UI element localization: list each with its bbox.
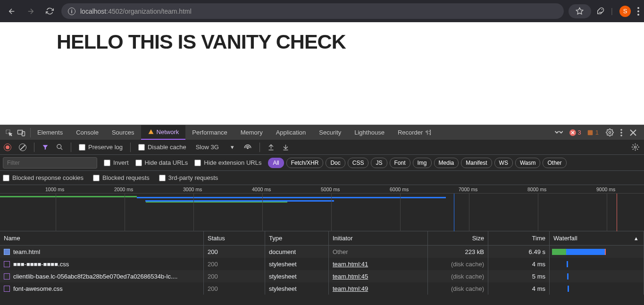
cell-waterfall	[550, 282, 644, 295]
table-row[interactable]: clientlib-base.lc-056abc8f2ba28b5e070ed7…	[0, 270, 644, 282]
chip-ws[interactable]: WS	[494, 158, 513, 168]
time-tick: 9000 ms	[596, 186, 615, 192]
header-size[interactable]: Size	[428, 231, 488, 245]
time-tick: 3000 ms	[183, 186, 202, 192]
forward-button[interactable]	[24, 4, 38, 18]
header-name[interactable]: Name	[0, 231, 204, 245]
header-waterfall[interactable]: Waterfall▴	[550, 231, 644, 245]
settings-icon[interactable]	[604, 127, 615, 138]
devtools-menu-icon[interactable]	[620, 129, 622, 136]
tab-console[interactable]: Console	[69, 125, 105, 140]
tab-lighthouse[interactable]: Lighthouse	[348, 125, 391, 140]
filter-input[interactable]	[3, 157, 97, 169]
chip-media[interactable]: Media	[434, 158, 459, 168]
time-tick: 7000 ms	[459, 186, 477, 192]
page-heading: HELLO THIS IS VANITY CHECK	[57, 30, 587, 53]
network-table: Name Status Type Initiator Size Time Wat…	[0, 231, 644, 295]
network-settings-icon[interactable]	[630, 142, 640, 152]
svg-rect-7	[588, 130, 593, 135]
svg-point-10	[620, 132, 622, 134]
invert-checkbox[interactable]: Invert	[104, 159, 129, 166]
cell-initiator: team.html:41	[329, 258, 428, 270]
inspect-icon[interactable]	[4, 127, 14, 138]
search-icon[interactable]	[56, 144, 63, 151]
disable-cache-checkbox[interactable]: Disable cache	[138, 144, 186, 151]
header-status[interactable]: Status	[204, 231, 265, 245]
tab-recorder[interactable]: Recorder	[391, 125, 438, 140]
time-tick: 4000 ms	[252, 186, 271, 192]
table-row[interactable]: font-awesome.css200stylesheetteam.html:4…	[0, 282, 644, 295]
header-type[interactable]: Type	[265, 231, 329, 245]
tab-application[interactable]: Application	[269, 125, 313, 140]
blocked-cookies-checkbox[interactable]: Blocked response cookies	[3, 174, 84, 181]
upload-har-icon[interactable]	[268, 144, 275, 151]
chip-js[interactable]: JS	[371, 158, 387, 168]
profile-avatar[interactable]: S	[619, 6, 631, 17]
preserve-log-checkbox[interactable]: Preserve log	[79, 144, 123, 151]
chip-wasm[interactable]: Wasm	[515, 158, 541, 168]
header-initiator[interactable]: Initiator	[329, 231, 428, 245]
reload-button[interactable]	[42, 4, 57, 18]
site-info-icon[interactable]: i	[68, 8, 75, 15]
throttle-network-icon[interactable]	[243, 144, 252, 151]
blocked-requests-checkbox[interactable]: Blocked requests	[93, 174, 150, 181]
cell-type: stylesheet	[265, 270, 329, 282]
cell-time: 6.49 s	[488, 246, 550, 258]
cell-name: team.html	[13, 248, 40, 255]
tab-security[interactable]: Security	[312, 125, 348, 140]
clear-button[interactable]	[19, 144, 26, 151]
cell-initiator: Other	[329, 246, 428, 258]
table-row[interactable]: team.html200documentOther223 kB6.49 s	[0, 246, 644, 258]
more-tabs-icon[interactable]	[553, 127, 564, 138]
close-devtools-icon[interactable]	[628, 127, 638, 138]
chip-manifest[interactable]: Manifest	[461, 158, 492, 168]
hide-extension-checkbox[interactable]: Hide extension URLs	[194, 159, 261, 166]
issue-count: 1	[595, 129, 599, 136]
device-icon[interactable]	[16, 127, 26, 138]
table-header[interactable]: Name Status Type Initiator Size Time Wat…	[0, 231, 644, 246]
error-badge[interactable]: 3	[569, 129, 581, 136]
third-party-checkbox[interactable]: 3rd-party requests	[159, 174, 218, 181]
bookmark-button[interactable]	[569, 4, 591, 18]
file-type-icon	[4, 286, 10, 292]
tab-elements[interactable]: Elements	[31, 125, 69, 140]
browser-menu-icon[interactable]	[637, 7, 639, 16]
time-tick: 5000 ms	[321, 186, 340, 192]
header-time[interactable]: Time	[488, 231, 550, 245]
network-timeline[interactable]: 1000 ms2000 ms3000 ms4000 ms5000 ms6000 …	[0, 185, 644, 231]
record-button[interactable]	[4, 144, 11, 151]
filter-icon[interactable]	[42, 144, 49, 151]
cell-waterfall	[550, 258, 644, 270]
disable-cache-label: Disable cache	[148, 144, 186, 151]
svg-point-11	[620, 135, 622, 136]
network-toolbar: Preserve log Disable cache Slow 3G ▾	[0, 140, 644, 155]
extensions-icon[interactable]	[596, 7, 604, 16]
cell-size: (disk cache)	[428, 258, 488, 270]
chip-font[interactable]: Font	[390, 158, 410, 168]
svg-point-8	[609, 131, 611, 133]
tab-network[interactable]: Network	[141, 125, 186, 140]
tab-performance[interactable]: Performance	[185, 125, 234, 140]
svg-point-9	[620, 129, 622, 131]
chip-css[interactable]: CSS	[348, 158, 369, 168]
download-har-icon[interactable]	[282, 144, 289, 151]
back-button[interactable]	[5, 4, 19, 18]
chip-fetch-xhr[interactable]: Fetch/XHR	[286, 158, 324, 168]
chip-other[interactable]: Other	[543, 158, 566, 168]
hide-data-checkbox[interactable]: Hide data URLs	[135, 159, 188, 166]
svg-point-3	[637, 14, 639, 16]
svg-point-12	[57, 144, 61, 149]
address-bar[interactable]: i localhost:4502/organization/team.html	[61, 3, 564, 19]
chip-img[interactable]: Img	[413, 158, 432, 168]
chip-all[interactable]: All	[268, 158, 284, 168]
chip-doc[interactable]: Doc	[326, 158, 345, 168]
issue-badge[interactable]: 1	[587, 129, 599, 136]
type-chips: AllFetch/XHRDocCSSJSFontImgMediaManifest…	[268, 158, 566, 168]
table-row[interactable]: ■■■-■■■■-■■■■.css200stylesheetteam.html:…	[0, 258, 644, 270]
cell-size: 223 kB	[428, 246, 488, 258]
throttle-select[interactable]: Slow 3G ▾	[194, 144, 236, 151]
tab-sources[interactable]: Sources	[105, 125, 141, 140]
cell-time: 5 ms	[488, 270, 550, 282]
tab-memory[interactable]: Memory	[234, 125, 269, 140]
svg-point-14	[634, 146, 636, 148]
